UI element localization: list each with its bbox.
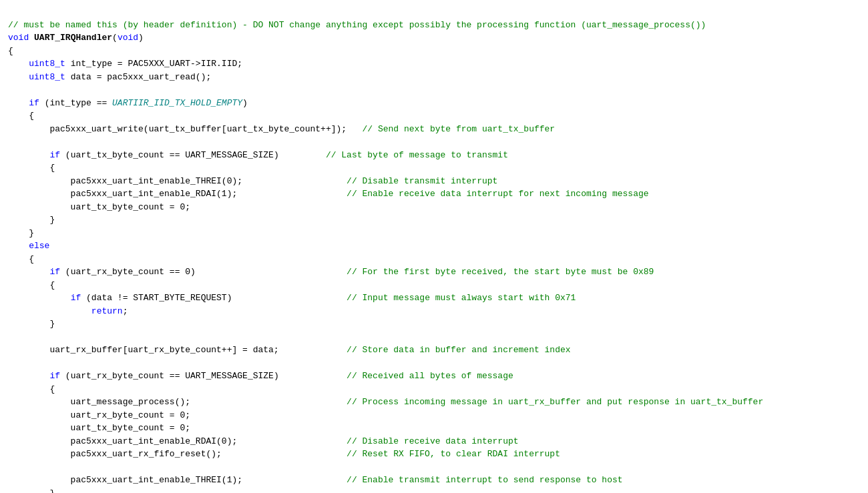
code-viewer: // must be named this (by header definit…: [8, 5, 860, 493]
keyword-void: void: [8, 33, 29, 43]
func-name: UART_IRQHandler: [34, 33, 112, 43]
comment-line-1: // must be named this (by header definit…: [8, 20, 706, 30]
